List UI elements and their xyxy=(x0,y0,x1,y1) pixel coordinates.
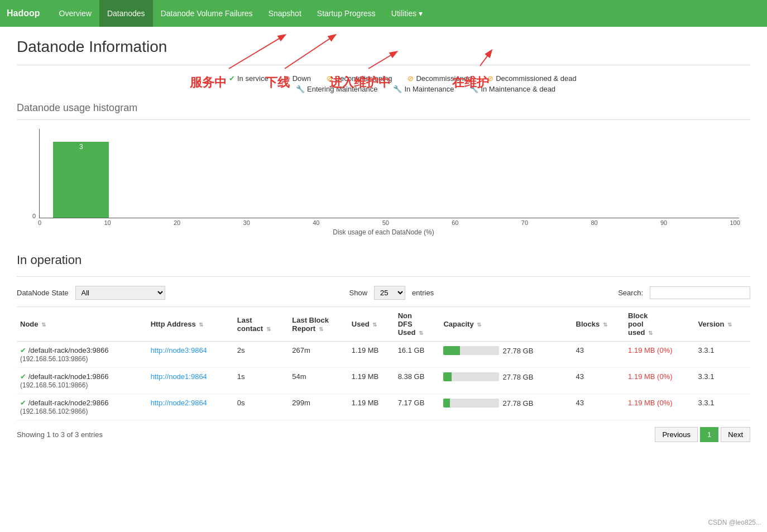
state-select[interactable]: All In service Down Decommissioning Deco… xyxy=(75,286,165,300)
page-title: Datanode Information xyxy=(17,38,750,56)
pagination-info: Showing 1 to 3 of 3 entries xyxy=(17,430,103,439)
sort-capacity-icon[interactable]: ⇅ xyxy=(477,322,481,328)
capacity-label-1: 27.78 GB xyxy=(502,373,533,381)
col-pool-used: Blockpoolused ⇅ xyxy=(625,307,694,342)
cell-used-2: 1.19 MB xyxy=(348,394,395,420)
cell-blocks-2: 43 xyxy=(573,394,625,420)
capacity-bar-0 xyxy=(443,346,499,355)
pagination-row: Showing 1 to 3 of 3 entries Previous 1 N… xyxy=(17,427,750,442)
nav-overview[interactable]: Overview xyxy=(51,0,99,27)
sort-nondfs-icon[interactable]: ⇅ xyxy=(419,330,423,336)
cell-http-0[interactable]: http://node3:9864 xyxy=(147,342,234,368)
nav-startup-progress[interactable]: Startup Progress xyxy=(309,0,383,27)
sort-node-icon[interactable]: ⇅ xyxy=(41,322,46,328)
sort-version-icon[interactable]: ⇅ xyxy=(727,322,732,328)
wrench-maintenance-icon: 🔧 xyxy=(393,85,402,93)
cell-nondfs-1: 8.38 GB xyxy=(395,368,440,394)
cell-http-2[interactable]: http://node2:9864 xyxy=(147,394,234,420)
sort-blocks-icon[interactable]: ⇅ xyxy=(603,322,607,328)
in-operation-section: In operation DataNode State All In servi… xyxy=(17,253,750,442)
cell-pool-used-0: 1.19 MB (0%) xyxy=(625,342,694,368)
cell-block-report-2: 299m xyxy=(289,394,348,420)
pagination-buttons: Previous 1 Next xyxy=(655,427,750,442)
x-axis-line xyxy=(39,218,739,218)
table-row: ✔ /default-rack/node3:9866 (192.168.56.1… xyxy=(17,342,750,368)
cell-contact-0: 2s xyxy=(234,342,289,368)
checkmark-icon: ✔ xyxy=(229,74,235,83)
nav-volume-failures[interactable]: Datanode Volume Failures xyxy=(153,0,261,27)
legend-down: ⊛ Down xyxy=(284,74,311,83)
sort-pool-icon[interactable]: ⇅ xyxy=(648,330,653,336)
cell-node-0: ✔ /default-rack/node3:9866 (192.168.56.1… xyxy=(17,342,147,368)
table-row: ✔ /default-rack/node1:9866 (192.168.56.1… xyxy=(17,368,750,394)
sort-contact-icon[interactable]: ⇅ xyxy=(266,326,271,332)
capacity-bar-1 xyxy=(443,372,499,381)
histogram-section: Datanode usage histogram 3 0 0 10 20 30 … xyxy=(17,102,750,236)
cell-block-report-0: 267m xyxy=(289,342,348,368)
navbar: Hadoop Overview Datanodes Datanode Volum… xyxy=(0,0,767,27)
legend-decommissioned-dead: ⊘ Decommissioned & dead xyxy=(487,74,577,83)
table-body: ✔ /default-rack/node3:9866 (192.168.56.1… xyxy=(17,342,750,420)
cell-blocks-0: 43 xyxy=(573,342,625,368)
sort-http-icon[interactable]: ⇅ xyxy=(199,322,203,328)
legend-in-maintenance-dead: 🔧 In Maintenance & dead xyxy=(469,85,555,93)
cell-version-2: 3.3.1 xyxy=(694,394,750,420)
histogram-chart: 3 0 xyxy=(39,129,739,218)
page-1-button[interactable]: 1 xyxy=(700,427,718,442)
cell-block-report-1: 54m xyxy=(289,368,348,394)
cell-blocks-1: 43 xyxy=(573,368,625,394)
navbar-brand: Hadoop xyxy=(7,8,40,18)
capacity-label-0: 27.78 GB xyxy=(502,347,533,355)
title-divider xyxy=(17,65,750,65)
cell-node-1: ✔ /default-rack/node1:9866 (192.168.56.1… xyxy=(17,368,147,394)
main-content: Datanode Information ✔ In service ⊛ Down… xyxy=(0,27,767,453)
x-axis-labels: 0 10 20 30 40 50 60 70 80 90 100 xyxy=(38,219,740,226)
show-select[interactable]: 10 25 50 100 xyxy=(374,286,405,300)
search-input[interactable] xyxy=(650,286,750,299)
col-blocks: Blocks ⇅ xyxy=(573,307,625,342)
legend-row2: 🔧 Entering Maintenance 🔧 In Maintenance … xyxy=(17,85,750,93)
cell-pool-used-1: 1.19 MB (0%) xyxy=(625,368,694,394)
cell-capacity-2: 27.78 GB xyxy=(440,394,572,420)
sort-used-icon[interactable]: ⇅ xyxy=(372,322,377,328)
operation-divider xyxy=(17,276,750,277)
x-axis-title: Disk usage of each DataNode (%) xyxy=(17,228,750,236)
col-http: Http Address ⇅ xyxy=(147,307,234,342)
capacity-bar-2 xyxy=(443,399,499,408)
node-check-icon-1: ✔ xyxy=(20,372,26,381)
cell-http-1[interactable]: http://node1:9864 xyxy=(147,368,234,394)
col-last-contact: Lastcontact ⇅ xyxy=(234,307,289,342)
table-header-row: Node ⇅ Http Address ⇅ Lastcontact ⇅ Last… xyxy=(17,307,750,342)
nav-datanodes[interactable]: Datanodes xyxy=(99,0,153,27)
histogram-divider xyxy=(17,119,750,120)
cell-node-2: ✔ /default-rack/node2:9866 (192.168.56.1… xyxy=(17,394,147,420)
cell-nondfs-0: 16.1 GB xyxy=(395,342,440,368)
nav-utilities[interactable]: Utilities ▾ xyxy=(383,0,430,27)
search-label: Search: xyxy=(618,289,643,297)
nav-snapshot[interactable]: Snapshot xyxy=(261,0,309,27)
cell-used-1: 1.19 MB xyxy=(348,368,395,394)
table-row: ✔ /default-rack/node2:9866 (192.168.56.1… xyxy=(17,394,750,420)
bar-label: 3 xyxy=(79,142,83,151)
capacity-label-2: 27.78 GB xyxy=(502,399,533,408)
legend-decommissioning: ⊘ Decommissioning xyxy=(327,74,392,83)
cell-contact-1: 1s xyxy=(234,368,289,394)
wrench-entering-icon: 🔧 xyxy=(296,85,305,93)
cell-version-1: 3.3.1 xyxy=(694,368,750,394)
histogram-title: Datanode usage histogram xyxy=(17,102,750,114)
table-controls: DataNode State All In service Down Decom… xyxy=(17,286,750,300)
in-operation-title: In operation xyxy=(17,253,750,267)
cell-nondfs-2: 7.17 GB xyxy=(395,394,440,420)
sort-block-icon[interactable]: ⇅ xyxy=(319,326,323,332)
prev-button[interactable]: Previous xyxy=(655,427,698,442)
legend-in-service: ✔ In service xyxy=(229,74,269,83)
decommissioned-icon: ⊘ xyxy=(408,74,414,83)
node-check-icon-0: ✔ xyxy=(20,346,26,354)
capacity-bar-fill-1 xyxy=(443,372,452,381)
col-version: Version ⇅ xyxy=(694,307,750,342)
col-last-block: Last BlockReport ⇅ xyxy=(289,307,348,342)
cell-version-0: 3.3.1 xyxy=(694,342,750,368)
next-button[interactable]: Next xyxy=(721,427,750,442)
cell-pool-used-2: 1.19 MB (0%) xyxy=(625,394,694,420)
y-axis-zero: 0 xyxy=(32,213,36,219)
